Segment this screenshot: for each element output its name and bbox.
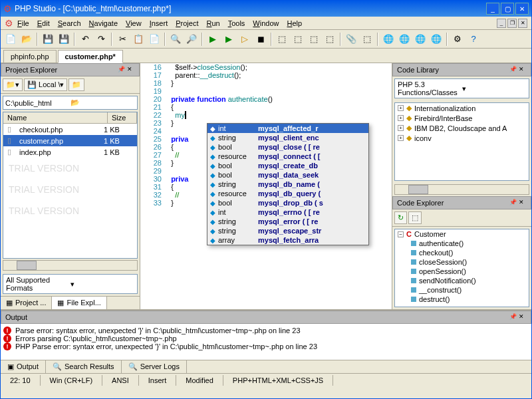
copy-icon[interactable]: 📋: [131, 32, 146, 47]
drive-select[interactable]: 💾 Local \▾: [24, 78, 67, 91]
new-file-icon[interactable]: 📄: [3, 32, 18, 47]
mdi-close[interactable]: ✕: [518, 19, 527, 28]
autocomplete-item[interactable]: ◆resourcemysql_connect ( [: [207, 152, 368, 161]
autocomplete-popup[interactable]: ◆intmysql_affected_r◆stringmysql_client_…: [207, 123, 369, 245]
tool-icon[interactable]: 🌐: [397, 32, 412, 47]
output-tab[interactable]: ▣Output: [1, 360, 46, 373]
explorer-tree[interactable]: −CCustomerauthenticate()checkout()closeS…: [394, 229, 529, 307]
close-icon[interactable]: ✕: [519, 66, 527, 74]
library-item[interactable]: +◆IBM DB2, Cloudscape and A: [395, 123, 529, 133]
menu-edit[interactable]: Edit: [37, 19, 50, 27]
autocomplete-item[interactable]: ◆intmysql_affected_r: [207, 124, 368, 133]
menu-view[interactable]: View: [126, 19, 142, 27]
code-editor[interactable]: 16 $self->closeSession();17 parent::__de…: [140, 63, 392, 309]
pane-tab[interactable]: ▦Project ...: [1, 297, 52, 309]
autocomplete-item[interactable]: ◆boolmysql_close ( [ re: [207, 142, 368, 152]
library-item[interactable]: +◆Firebird/InterBase: [395, 113, 529, 123]
close-button[interactable]: ✕: [515, 3, 529, 15]
undo-icon[interactable]: ↶: [78, 32, 92, 47]
library-item[interactable]: +◆iconv: [395, 133, 529, 143]
code-line[interactable]: 19: [140, 87, 392, 95]
refresh-icon[interactable]: ↻: [394, 211, 407, 224]
tool-icon[interactable]: 🌐: [413, 32, 428, 47]
close-icon[interactable]: ✕: [519, 313, 527, 321]
class-node[interactable]: −CCustomer: [395, 229, 529, 239]
output-body[interactable]: !Parse error: syntax error, unexpected '…: [1, 324, 531, 360]
document-tab[interactable]: customer.php*: [58, 50, 123, 63]
scrollbar-horizontal[interactable]: [394, 184, 529, 195]
document-tab[interactable]: phpinfo.php: [3, 50, 57, 63]
menu-file[interactable]: File: [17, 19, 29, 27]
autocomplete-item[interactable]: ◆stringmysql_db_name (: [207, 180, 368, 189]
pin-icon[interactable]: 📌: [118, 66, 126, 74]
autocomplete-item[interactable]: ◆boolmysql_create_db: [207, 161, 368, 170]
autocomplete-item[interactable]: ◆stringmysql_escape_str: [207, 226, 368, 235]
method-node[interactable]: destruct(): [395, 295, 529, 304]
menu-project[interactable]: Project: [176, 19, 198, 27]
code-line[interactable]: 20 private function authenticate(): [140, 95, 392, 103]
mdi-restore[interactable]: ❐: [507, 19, 517, 28]
menu-run[interactable]: Run: [206, 19, 219, 27]
close-icon[interactable]: ✕: [519, 199, 527, 207]
pin-icon[interactable]: 📌: [509, 199, 517, 207]
method-node[interactable]: sendNotification(): [395, 276, 529, 285]
code-line[interactable]: 16 $self->closeSession();: [140, 63, 392, 71]
method-node[interactable]: closeSession(): [395, 257, 529, 267]
pin-icon[interactable]: 📌: [509, 66, 517, 74]
autocomplete-item[interactable]: ◆resourcemysql_db_query (: [207, 189, 368, 198]
tool-icon[interactable]: ⬚: [360, 32, 374, 47]
scrollbar-horizontal[interactable]: [3, 260, 138, 271]
expand-icon[interactable]: +: [398, 105, 404, 111]
tool-icon[interactable]: 🌐: [381, 32, 396, 47]
tool-icon[interactable]: ⬚: [323, 32, 337, 47]
save-all-icon[interactable]: 💾: [57, 32, 71, 47]
column-size[interactable]: Size: [108, 112, 137, 123]
code-line[interactable]: 18 }: [140, 79, 392, 87]
collapse-icon[interactable]: −: [398, 231, 404, 237]
nav-button[interactable]: 📁▾: [3, 78, 23, 91]
tool-icon[interactable]: 🌐: [429, 32, 444, 47]
tool-icon[interactable]: ⬚: [307, 32, 321, 47]
stop-icon[interactable]: ◼: [253, 32, 268, 47]
tool-icon[interactable]: ⬚: [291, 32, 305, 47]
tool-icon[interactable]: ⬚: [275, 32, 289, 47]
break-icon[interactable]: ▷: [237, 32, 252, 47]
method-node[interactable]: openSession(): [395, 267, 529, 276]
file-row[interactable]: ▯checkout.php1 KB: [3, 124, 137, 135]
paste-icon[interactable]: 📄: [147, 32, 162, 47]
tool-icon[interactable]: ⬚: [408, 211, 422, 224]
redo-icon[interactable]: ↷: [94, 32, 108, 47]
menu-help[interactable]: Help: [287, 19, 303, 27]
output-line[interactable]: !Errors parsing C:\public_html\customer~…: [3, 334, 529, 342]
library-tree[interactable]: +◆Internationalization+◆Firebird/InterBa…: [394, 102, 529, 181]
autocomplete-item[interactable]: ◆boolmysql_data_seek: [207, 170, 368, 180]
minimize-button[interactable]: _: [486, 3, 499, 15]
help-icon[interactable]: ?: [466, 32, 481, 47]
path-input[interactable]: C:\public_html 📂: [3, 96, 138, 110]
output-tab[interactable]: 🔍Search Results: [46, 360, 122, 373]
open-icon[interactable]: 📂: [19, 32, 34, 47]
format-select[interactable]: All Supported Formats▾: [3, 274, 138, 294]
library-item[interactable]: +◆Internationalization: [395, 103, 529, 113]
file-row[interactable]: ▯index.php1 KB: [3, 146, 137, 158]
method-node[interactable]: checkout(): [395, 248, 529, 257]
code-line[interactable]: 21 {: [140, 103, 392, 111]
menu-search[interactable]: Search: [58, 19, 81, 27]
nav-button[interactable]: 📁: [68, 78, 84, 91]
maximize-button[interactable]: ▢: [501, 3, 514, 15]
replace-icon[interactable]: 🔎: [184, 32, 199, 47]
tool-icon[interactable]: 📎: [344, 32, 358, 47]
code-line[interactable]: 17 parent::__destruct();: [140, 71, 392, 79]
menu-window[interactable]: Window: [253, 19, 279, 27]
pin-icon[interactable]: 📌: [509, 313, 517, 321]
menu-tools[interactable]: Tools: [228, 19, 245, 27]
output-tab[interactable]: 🔍Server Logs: [122, 360, 187, 373]
save-icon[interactable]: 💾: [41, 32, 55, 47]
autocomplete-item[interactable]: ◆stringmysql_client_enc: [207, 133, 368, 142]
pane-tab[interactable]: ▦File Expl...: [52, 297, 106, 309]
menu-navigate[interactable]: Navigate: [89, 19, 118, 27]
autocomplete-item[interactable]: ◆arraymysql_fetch_arra: [207, 235, 368, 245]
settings-icon[interactable]: ⚙: [450, 32, 465, 47]
expand-icon[interactable]: +: [398, 135, 404, 141]
autocomplete-item[interactable]: ◆boolmysql_drop_db ( s: [207, 198, 368, 207]
